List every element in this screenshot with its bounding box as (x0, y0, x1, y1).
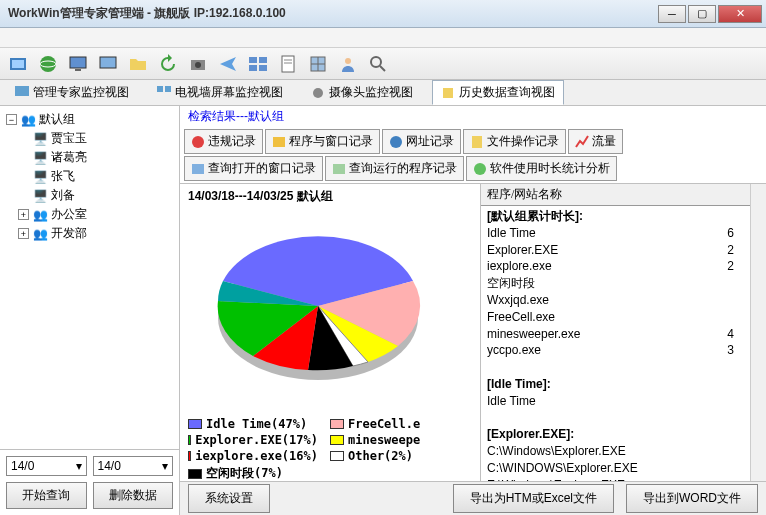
svg-rect-4 (70, 57, 86, 68)
svg-rect-9 (249, 57, 257, 63)
date-from[interactable]: 14/0▾ (6, 456, 87, 476)
list-item[interactable]: iexplore.exe2 (487, 258, 744, 275)
tab-wall-view[interactable]: 电视墙屏幕监控视图 (148, 80, 292, 105)
window-title: WorkWin管理专家管理端 - 旗舰版 IP:192.168.0.100 (4, 5, 658, 22)
sidebar: −👥默认组 🖥️贾宝玉 🖥️诸葛亮 🖥️张飞 🖥️刘备 +👥办公室 +👥开发部 … (0, 106, 180, 515)
program-list: 程序/网站名称 [默认组累计时长]: Idle Time6 Explorer.E… (480, 184, 750, 481)
tree-group-office[interactable]: +👥办公室 (4, 205, 175, 224)
pc-icon: 🖥️ (32, 132, 48, 146)
expand-icon[interactable]: + (18, 228, 29, 239)
tree-user[interactable]: 🖥️张飞 (4, 167, 175, 186)
tree-group-dev[interactable]: +👥开发部 (4, 224, 175, 243)
list-item[interactable]: yccpo.exe3 (487, 342, 744, 359)
monitor2-icon[interactable] (96, 52, 120, 76)
tab-monitor-view[interactable]: 管理专家监控视图 (6, 80, 138, 105)
tab-usage-stats[interactable]: 软件使用时长统计分析 (466, 156, 617, 181)
globe-icon[interactable] (36, 52, 60, 76)
chart-title: 14/03/18---14/03/25 默认组 (188, 188, 472, 205)
monitor-icon[interactable] (66, 52, 90, 76)
pc-icon: 🖥️ (32, 170, 48, 184)
svg-point-25 (313, 88, 323, 98)
list-item[interactable]: Wxxjqd.exe (487, 292, 744, 309)
svg-rect-32 (333, 164, 345, 174)
tab-url[interactable]: 网址记录 (382, 129, 461, 154)
expand-icon[interactable]: + (18, 209, 29, 220)
scrollbar[interactable] (750, 184, 766, 481)
tab-run-program[interactable]: 查询运行的程序记录 (325, 156, 464, 181)
tab-history-view[interactable]: 历史数据查询视图 (432, 80, 564, 105)
pie-chart (188, 211, 448, 411)
grid-icon[interactable] (306, 52, 330, 76)
tab-violation[interactable]: 违规记录 (184, 129, 263, 154)
group-icon: 👥 (20, 113, 36, 127)
view-tabs: 管理专家监控视图 电视墙屏幕监控视图 摄像头监控视图 历史数据查询视图 (0, 80, 766, 106)
doc-icon[interactable] (276, 52, 300, 76)
list-item[interactable]: C:\WINDOWS\Explorer.EXE (487, 460, 744, 477)
svg-rect-26 (443, 88, 453, 98)
tree-user[interactable]: 🖥️刘备 (4, 186, 175, 205)
tree-user[interactable]: 🖥️诸葛亮 (4, 148, 175, 167)
legend-item: minesweepe (330, 433, 460, 447)
list-item[interactable]: C:\Windows\Explorer.EXE (487, 443, 744, 460)
legend-item: Idle Time(47%) (188, 417, 318, 431)
menubar (0, 28, 766, 48)
svg-point-20 (371, 57, 381, 67)
list-body[interactable]: [默认组累计时长]: Idle Time6 Explorer.EXE2 iexp… (481, 206, 750, 481)
svg-rect-1 (12, 60, 24, 68)
record-tabs: 违规记录 程序与窗口记录 网址记录 文件操作记录 流量 查询打开的窗口记录 查询… (180, 127, 766, 184)
tab-camera-view[interactable]: 摄像头监控视图 (302, 80, 422, 105)
chevron-down-icon: ▾ (76, 459, 82, 473)
camera-icon[interactable] (186, 52, 210, 76)
list-header: 程序/网站名称 (481, 184, 750, 206)
list-item[interactable]: Idle Time (487, 393, 744, 410)
collapse-icon[interactable]: − (6, 114, 17, 125)
legend-item: iexplore.exe(16%) (188, 449, 318, 463)
list-item[interactable]: Explorer.EXE2 (487, 242, 744, 259)
bottom-bar: 系统设置 导出为HTM或Excel文件 导出到WORD文件 (180, 481, 766, 515)
svg-rect-11 (249, 65, 257, 71)
system-settings-button[interactable]: 系统设置 (188, 484, 270, 513)
list-item[interactable]: 空闲时段 (487, 275, 744, 292)
tree-group-default[interactable]: −👥默认组 (4, 110, 175, 129)
folder-icon[interactable] (126, 52, 150, 76)
group-icon: 👥 (32, 227, 48, 241)
screens-icon[interactable] (246, 52, 270, 76)
maximize-button[interactable]: ▢ (688, 5, 716, 23)
tab-flow[interactable]: 流量 (568, 129, 623, 154)
minimize-button[interactable]: ─ (658, 5, 686, 23)
svg-rect-22 (15, 86, 29, 96)
search-result-label: 检索结果---默认组 (180, 106, 766, 127)
titlebar: WorkWin管理专家管理端 - 旗舰版 IP:192.168.0.100 ─ … (0, 0, 766, 28)
svg-point-2 (40, 56, 56, 72)
tab-file[interactable]: 文件操作记录 (463, 129, 566, 154)
list-item[interactable]: minesweeper.exe4 (487, 326, 744, 343)
search-icon[interactable] (366, 52, 390, 76)
user-tree: −👥默认组 🖥️贾宝玉 🖥️诸葛亮 🖥️张飞 🖥️刘备 +👥办公室 +👥开发部 (0, 106, 179, 449)
close-button[interactable]: ✕ (718, 5, 762, 23)
svg-line-21 (380, 66, 385, 71)
send-icon[interactable] (216, 52, 240, 76)
toolbar-icon-1[interactable] (6, 52, 30, 76)
refresh-icon[interactable] (156, 52, 180, 76)
export-word-button[interactable]: 导出到WORD文件 (626, 484, 758, 513)
legend-item: 空闲时段(7%) (188, 465, 318, 481)
svg-rect-12 (259, 65, 267, 71)
user-icon[interactable] (336, 52, 360, 76)
svg-point-8 (195, 62, 201, 68)
start-query-button[interactable]: 开始查询 (6, 482, 87, 509)
svg-rect-13 (282, 56, 294, 72)
export-html-excel-button[interactable]: 导出为HTM或Excel文件 (453, 484, 614, 513)
group-icon: 👥 (32, 208, 48, 222)
svg-point-19 (345, 58, 351, 64)
date-to[interactable]: 14/0▾ (93, 456, 174, 476)
delete-data-button[interactable]: 删除数据 (93, 482, 174, 509)
tab-program-window[interactable]: 程序与窗口记录 (265, 129, 380, 154)
tab-open-window[interactable]: 查询打开的窗口记录 (184, 156, 323, 181)
tree-user[interactable]: 🖥️贾宝玉 (4, 129, 175, 148)
legend-item: FreeCell.e (330, 417, 460, 431)
main-toolbar (0, 48, 766, 80)
list-item[interactable]: FreeCell.exe (487, 309, 744, 326)
list-item[interactable]: Idle Time6 (487, 225, 744, 242)
content-area: 检索结果---默认组 违规记录 程序与窗口记录 网址记录 文件操作记录 流量 查… (180, 106, 766, 515)
svg-point-29 (390, 136, 402, 148)
